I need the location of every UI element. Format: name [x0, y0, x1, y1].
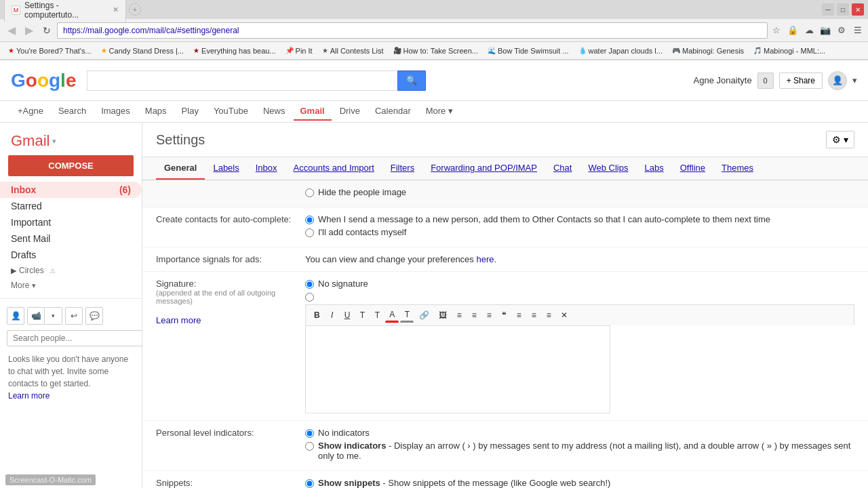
sig-align-center-btn[interactable]: ≡ [527, 308, 540, 322]
extension-icon4[interactable]: ⚙ [835, 24, 848, 37]
tab-forwarding[interactable]: Forwarding and POP/IMAP [422, 157, 545, 180]
tab-general[interactable]: General [156, 157, 205, 180]
show-indicators-radio[interactable] [305, 442, 314, 451]
bookmark-item[interactable]: ★Candy Stand Dress |... [98, 46, 186, 56]
chat-camera-btn[interactable]: 📹 [27, 307, 45, 325]
sidebar-item-sent[interactable]: Sent Mail [0, 230, 142, 247]
bookmark-item[interactable]: 🎮Mabinogi: Genesis [669, 46, 747, 56]
sig-ol-btn[interactable]: ≡ [452, 308, 466, 322]
sig-align-right-btn[interactable]: ≡ [542, 308, 555, 322]
sig-underline-btn[interactable]: U [340, 308, 355, 322]
sig-blockquote-btn[interactable]: ❝ [497, 308, 511, 322]
importance-here-link[interactable]: here [476, 254, 494, 264]
create-contacts-opt1-radio[interactable] [305, 216, 314, 224]
gnav-play[interactable]: Play [175, 102, 205, 121]
sig-text-color-btn[interactable]: T [400, 308, 414, 323]
user-dropdown-arrow[interactable]: ▾ [852, 75, 857, 85]
minimize-btn[interactable]: ─ [822, 3, 834, 16]
gnav-agne[interactable]: +Agne [11, 102, 50, 121]
bookmark-item[interactable]: ★You're Bored? That's... [5, 46, 94, 56]
hide-people-radio[interactable] [305, 188, 314, 197]
bookmark-item[interactable]: 🎵Mabinogi - MML:... [751, 46, 828, 56]
sig-italic-btn[interactable]: I [326, 308, 339, 322]
gnav-images[interactable]: Images [94, 102, 137, 121]
maximize-btn[interactable]: □ [837, 3, 849, 16]
compose-button[interactable]: COMPOSE [8, 155, 134, 176]
bookmark-item[interactable]: 💧water Japan clouds l... [576, 46, 665, 56]
tab-labels[interactable]: Labels [205, 157, 247, 180]
no-indicators-radio[interactable] [305, 429, 314, 438]
tab-close-btn[interactable]: ✕ [113, 5, 119, 14]
sig-indent-btn[interactable]: ≡ [482, 308, 496, 322]
browser-tab[interactable]: M Settings - computertuto... ✕ [4, 0, 126, 22]
refresh-button[interactable]: ↻ [39, 24, 54, 37]
username: Agne Jonaityte [694, 75, 752, 85]
no-sig-radio[interactable] [305, 280, 314, 289]
sig-font-color-btn[interactable]: A [385, 308, 399, 323]
settings-gear-button[interactable]: ⚙ ▾ [826, 131, 854, 148]
chat-learn-more-link[interactable]: Learn more [8, 391, 50, 401]
tab-webclips[interactable]: Web Clips [580, 157, 636, 180]
google-search-button[interactable]: 🔍 [397, 70, 426, 91]
sig-image-btn[interactable]: 🖼 [435, 308, 451, 322]
forward-button[interactable]: ▶ [22, 22, 37, 38]
sidebar-item-circles[interactable]: ▶ Circles ⚠ [0, 263, 142, 278]
share-button[interactable]: + Share [779, 73, 823, 89]
google-search-input[interactable] [87, 70, 397, 91]
sig-clear-btn[interactable]: ✕ [557, 308, 572, 322]
bookmark-item[interactable]: 🎥How to: Take Screen... [391, 46, 481, 56]
show-snippets-radio[interactable] [305, 479, 314, 488]
bookmark-item[interactable]: 📌Pin It [283, 46, 315, 56]
sig-ul-btn[interactable]: ≡ [467, 308, 481, 322]
tab-accounts[interactable]: Accounts and Import [285, 157, 382, 180]
sidebar-item-drafts[interactable]: Drafts [0, 247, 142, 263]
bookmark-item[interactable]: 🌊Bow Tide Swimsuit ... [485, 46, 572, 56]
tab-labs[interactable]: Labs [636, 157, 671, 180]
extension-icon1[interactable]: 🔒 [787, 24, 799, 37]
tab-chat[interactable]: Chat [545, 157, 580, 180]
gnav-maps[interactable]: Maps [138, 102, 174, 121]
menu-icon[interactable]: ☰ [852, 24, 864, 37]
gmail-caret[interactable]: ▾ [52, 137, 56, 146]
bookmark-item[interactable]: ★All Contests List [319, 46, 387, 56]
chat-person-btn[interactable]: 👤 [7, 307, 24, 325]
chat-search-input[interactable] [7, 330, 142, 346]
sidebar-item-more[interactable]: More ▾ [0, 278, 142, 293]
sig-font-size-btn[interactable]: T [370, 308, 384, 322]
gnav-calendar[interactable]: Calendar [368, 102, 418, 121]
close-btn[interactable]: ✕ [852, 3, 864, 16]
sidebar-item-inbox[interactable]: Inbox (6) [0, 182, 142, 198]
star-icon[interactable]: ☆ [770, 24, 783, 37]
gnav-gmail[interactable]: Gmail [294, 102, 332, 121]
back-button[interactable]: ◀ [4, 22, 19, 38]
sidebar-item-starred[interactable]: Starred [0, 198, 142, 214]
user-avatar[interactable]: 👤 [828, 71, 847, 90]
sig-align-left-btn[interactable]: ≡ [512, 308, 526, 322]
signature-editor[interactable] [305, 325, 610, 413]
create-contacts-opt2-radio[interactable] [305, 228, 314, 237]
google-header: Google 🔍 Agne Jonaityte 0 + Share 👤 ▾ [0, 60, 868, 101]
extension-icon3[interactable]: 📷 [819, 24, 831, 37]
sig-bold-btn[interactable]: B [310, 308, 324, 322]
gnav-drive[interactable]: Drive [333, 102, 367, 121]
sig-font-btn[interactable]: T [355, 308, 369, 322]
chat-bubble-btn[interactable]: 💬 [85, 307, 103, 325]
sig-link-btn[interactable]: 🔗 [415, 308, 433, 322]
new-tab-button[interactable]: + [129, 3, 141, 16]
gnav-news[interactable]: News [256, 102, 292, 121]
tab-offline[interactable]: Offline [672, 157, 713, 180]
address-bar[interactable] [57, 22, 768, 39]
gnav-search[interactable]: Search [52, 102, 93, 121]
signature-learn-more-link[interactable]: Learn more [156, 315, 201, 325]
tab-themes[interactable]: Themes [713, 157, 762, 180]
custom-sig-radio[interactable] [305, 293, 314, 302]
extension-icon2[interactable]: ☁ [803, 24, 815, 37]
tab-inbox[interactable]: Inbox [248, 157, 285, 180]
gnav-more[interactable]: More ▾ [419, 102, 460, 121]
gnav-youtube[interactable]: YouTube [207, 102, 255, 121]
sidebar-item-important[interactable]: Important [0, 214, 142, 230]
tab-filters[interactable]: Filters [382, 157, 422, 180]
bookmark-item[interactable]: ★Everything has beau... [191, 46, 278, 56]
chat-phone-btn[interactable]: ↩ [65, 307, 83, 325]
chat-camera-dropdown[interactable]: ▾ [45, 307, 62, 325]
